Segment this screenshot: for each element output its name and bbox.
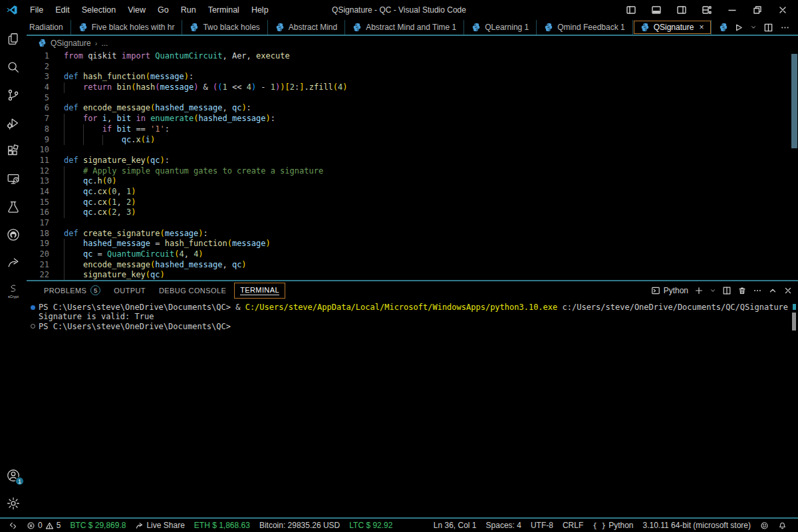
status-item-btc-ticker[interactable]: BTC $ 29,869.8 (65, 519, 130, 532)
activity-bar-item-explorer[interactable] (0, 25, 27, 53)
tab-label: Abstract Mind and Time 1 (366, 23, 456, 32)
code-line: 7 for i, bit in enumerate(hashed_message… (27, 114, 798, 124)
status-item-feedback[interactable] (755, 519, 773, 532)
close-icon (783, 286, 793, 295)
layout-sidebar-left-button[interactable] (620, 1, 642, 19)
line-number: 11 (27, 156, 49, 166)
terminal-prompt-selector[interactable]: Python (651, 286, 688, 295)
menu-file[interactable]: File (25, 3, 49, 17)
activity-bar-item-accounts[interactable]: 1 (0, 462, 27, 489)
run-button[interactable] (733, 23, 743, 33)
split-editor-button[interactable] (763, 23, 773, 33)
panel-tab-problems[interactable]: PROBLEMS5 (39, 283, 106, 298)
terminal-output[interactable]: PS C:\Users\steve\OneDrive\Documents\QC>… (27, 299, 798, 517)
minimize-button[interactable] (721, 1, 743, 19)
customize-layout-icon (702, 5, 712, 15)
close-button[interactable] (783, 286, 793, 295)
status-item-language-mode[interactable]: { }Python (588, 519, 638, 532)
status-bar-left: 05BTC $ 29,869.8Live ShareETH $ 1,868.63… (4, 519, 397, 532)
status-item-python-interpreter[interactable]: 3.10.11 64-bit (microsoft store) (638, 519, 755, 532)
status-item-cursor-position[interactable]: Ln 36, Col 1 (429, 519, 481, 532)
tab-five-black-holes-with-hr[interactable]: Five black holes with hr (71, 20, 183, 35)
tab-qsignature[interactable]: QSignature× (633, 20, 712, 35)
tab-close-icon[interactable]: × (699, 23, 704, 32)
tab-wormho[interactable]: Wormho (712, 20, 727, 35)
activity-bar-item-source-control[interactable] (0, 81, 27, 109)
status-item-indentation[interactable]: Spaces: 4 (481, 519, 526, 532)
activity-bar-item-github[interactable] (0, 221, 27, 249)
status-item-bitcoin-ticker[interactable]: Bitcoin: 29835.26 USD (255, 519, 344, 532)
line-content (64, 62, 798, 72)
scrypt-label: sCrypt (8, 295, 19, 299)
tab-radiation[interactable]: Radiation (27, 20, 71, 35)
status-item-live-share[interactable]: Live Share (130, 519, 189, 532)
code-line: 12 # Apply simple quantum gates to creat… (27, 166, 798, 177)
activity-bar-item-live-share[interactable] (0, 249, 27, 277)
terminal-line: PS C:\Users\steve\OneDrive\Documents\QC>… (31, 303, 798, 312)
status-item-notifications[interactable] (773, 519, 791, 532)
menu-run[interactable]: Run (176, 3, 201, 17)
restore-button[interactable] (746, 1, 769, 19)
editor-scrollbar[interactable] (791, 54, 797, 148)
trash-button[interactable] (737, 286, 747, 295)
activity-bar-item-settings[interactable] (0, 489, 27, 517)
chevron-down-button[interactable] (710, 287, 716, 294)
source-control-icon (6, 88, 21, 102)
activity-bar-item-testing[interactable] (0, 193, 27, 221)
code-line: 1from qiskit import QuantumCircuit, Aer,… (27, 51, 798, 62)
activity-bar-item-remote-explorer[interactable] (0, 165, 27, 193)
line-number: 13 (27, 176, 49, 187)
line-number: 5 (27, 93, 49, 104)
terminal-type-label: Python (664, 286, 688, 295)
tab-abstract-mind-and-time-1[interactable]: Abstract Mind and Time 1 (345, 20, 464, 35)
chevron-down-button[interactable] (750, 24, 757, 31)
menu-go[interactable]: Go (152, 3, 174, 17)
layout-panel-button[interactable] (645, 1, 668, 19)
ellipsis-button[interactable] (780, 23, 790, 33)
status-item-eol-sequence[interactable]: CRLF (558, 519, 588, 532)
menu-view[interactable]: View (122, 3, 151, 17)
panel-tab-output[interactable]: OUTPUT (108, 284, 151, 297)
breadcrumb-more[interactable]: ... (101, 39, 108, 48)
code-line: 11def signature_key(qc): (27, 156, 798, 166)
terminal-scrollbar[interactable] (792, 313, 796, 331)
code-line: 2 (27, 62, 798, 72)
status-item-remote-indicator[interactable] (4, 519, 22, 532)
layout-sidebar-right-button[interactable] (670, 1, 693, 19)
editor[interactable]: 1from qiskit import QuantumCircuit, Aer,… (27, 50, 798, 280)
activity-bar-item-search[interactable] (0, 53, 27, 81)
menu-selection[interactable]: Selection (76, 3, 121, 17)
scrypt-icon (8, 283, 19, 294)
breadcrumb[interactable]: QSignature › ... (27, 36, 798, 50)
layout-panel-icon (651, 5, 662, 15)
menu-terminal[interactable]: Terminal (203, 3, 245, 17)
ellipsis-button[interactable] (753, 286, 762, 295)
status-item-problems-summary[interactable]: 05 (22, 519, 65, 532)
customize-layout-button[interactable] (696, 1, 718, 19)
status-item-eth-ticker[interactable]: ETH $ 1,868.63 (190, 519, 255, 532)
code-line: 18def create_signature(message): (27, 229, 798, 239)
menu-edit[interactable]: Edit (50, 3, 75, 17)
python-icon (544, 23, 553, 32)
tab-qlearning-1[interactable]: QLearning 1 (464, 20, 537, 35)
breadcrumb-file[interactable]: QSignature (51, 39, 91, 48)
live-share-small-icon (135, 521, 144, 530)
status-item-encoding[interactable]: UTF-8 (526, 519, 558, 532)
code-line: 17 (27, 218, 798, 229)
line-content (64, 218, 798, 229)
chevron-up-button[interactable] (768, 286, 777, 295)
activity-bar-item-extensions[interactable] (0, 137, 27, 165)
tab-two-black-holes[interactable]: Two black holes (182, 20, 267, 35)
split-editor-button[interactable] (722, 286, 732, 295)
tab-abstract-mind[interactable]: Abstract Mind (268, 20, 345, 35)
panel-tab-debug-console[interactable]: DEBUG CONSOLE (154, 284, 231, 297)
menu-help[interactable]: Help (246, 3, 274, 17)
code-line: 22 signature_key(qc) (27, 270, 798, 280)
plus-button[interactable] (694, 286, 704, 295)
panel-tab-terminal[interactable]: TERMINAL (234, 283, 285, 299)
activity-bar-item-run-debug[interactable] (0, 109, 27, 137)
tab-qmind-feedback-1[interactable]: Qmind Feedback 1 (537, 20, 632, 35)
close-button[interactable] (771, 1, 794, 19)
status-item-ltc-ticker[interactable]: LTC $ 92.92 (344, 519, 397, 532)
activity-bar-item-scrypt[interactable]: sCrypt (0, 277, 27, 305)
